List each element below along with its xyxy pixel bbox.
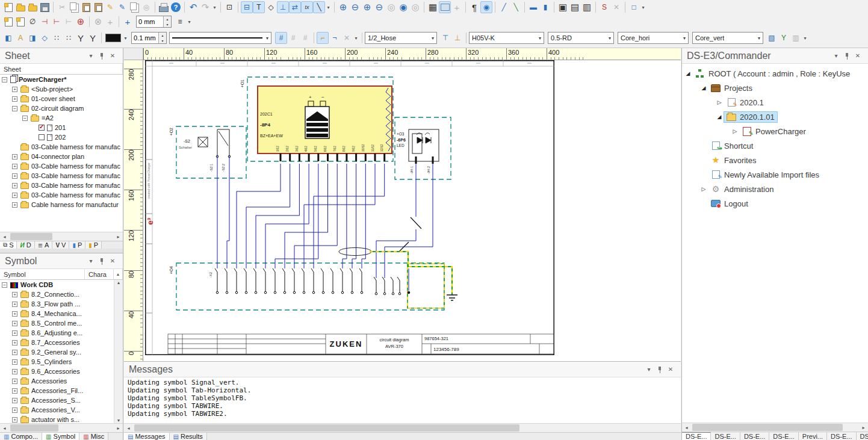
expander-icon[interactable]: ◢	[700, 85, 707, 91]
symbol-tree-item[interactable]: − Work CDB	[0, 280, 114, 290]
panel-menu-icon[interactable]: ▾	[831, 52, 842, 59]
new-sheet-icon[interactable]	[2, 16, 14, 28]
save-icon[interactable]	[39, 1, 51, 13]
wire-y-icon[interactable]: Y	[75, 32, 87, 44]
commander-tab[interactable]: DS-E...	[769, 432, 798, 440]
scrollbar-thumb[interactable]	[10, 424, 58, 432]
pan-window-icon[interactable]	[439, 1, 451, 13]
messages-hscrollbar[interactable]: ◂	[124, 423, 681, 432]
expander-icon[interactable]: +	[12, 350, 17, 355]
column-characteristic[interactable]: Chara	[85, 269, 114, 279]
zoom-area-icon[interactable]: ⊕	[361, 1, 373, 13]
scroll-up-icon[interactable]: ▴	[117, 280, 120, 285]
tile-vertical-icon[interactable]: ▥	[581, 1, 593, 13]
copy-icon[interactable]	[68, 1, 80, 13]
scrollbar-thumb[interactable]	[134, 424, 519, 432]
open-project-icon[interactable]	[14, 1, 26, 13]
column-sheet[interactable]: Sheet	[0, 64, 123, 74]
no-connection-icon[interactable]: ∅	[26, 16, 39, 28]
panel-menu-icon[interactable]: ▾	[85, 52, 96, 59]
insert-frame-icon[interactable]: ⊡	[223, 1, 235, 13]
core-dropdown[interactable]: 0.5-RD ▾	[548, 32, 614, 44]
symbol-tree-hscrollbar[interactable]: ◂ ▸	[0, 423, 123, 432]
sheet-checkbox[interactable]	[39, 125, 45, 131]
expander-icon[interactable]: −	[2, 282, 7, 288]
place-symbol-text-icon[interactable]: A	[14, 32, 26, 44]
expander-icon[interactable]: +	[12, 202, 17, 208]
symbol-tree-item[interactable]: + Accessories_S...	[0, 395, 114, 405]
expander-icon[interactable]: +	[12, 302, 17, 307]
wire-type-dropdown[interactable]: H05V-K ▾	[469, 32, 544, 44]
scrollbar-thumb[interactable]	[692, 424, 843, 431]
expander-icon[interactable]: +	[12, 369, 17, 374]
expander-icon[interactable]: ▷	[700, 186, 707, 192]
symbol-tree-item[interactable]: + 9.2_General sy...	[0, 347, 114, 357]
core-assign-icon[interactable]: ▧	[766, 32, 778, 44]
expander-icon[interactable]: +	[12, 164, 17, 169]
expander-icon[interactable]: +	[12, 379, 17, 384]
sheet-tree-item[interactable]: + 03-Cable harness for manufac	[0, 161, 123, 171]
sheet-tree-item[interactable]: + 03-Cable harness for manufac	[0, 190, 123, 200]
offset-input[interactable]	[137, 16, 163, 27]
sheet-tree-item[interactable]: + 01-cover sheet	[0, 94, 123, 104]
format-painter-icon[interactable]: ✎	[104, 1, 116, 13]
sheet-tree-item[interactable]: − =A2	[0, 113, 123, 123]
paste-icon[interactable]	[80, 1, 92, 13]
sheet-properties-icon[interactable]	[14, 16, 26, 28]
line-width-spinner[interactable]: ▴▾	[131, 32, 167, 44]
commander-item-2020-1-01[interactable]: ◢ 2020.1.01	[682, 110, 868, 124]
pin-icon[interactable]	[99, 52, 105, 60]
new-project-icon[interactable]	[2, 1, 14, 13]
sheet-column-header[interactable]: Sheet	[0, 64, 123, 75]
dock-tab[interactable]: И D	[17, 241, 34, 249]
hash2-icon[interactable]: #	[299, 32, 311, 44]
zoom-selected-icon[interactable]: ◉	[397, 1, 409, 13]
insert-line-icon[interactable]: ╲	[313, 1, 325, 13]
spin-up-icon[interactable]: ▴	[159, 33, 166, 38]
sheet-tree-item[interactable]: 201	[0, 123, 123, 132]
connect-right-icon[interactable]: ⊢	[63, 16, 75, 28]
messages-log[interactable]: Updating symbol Signal_vert.Updating sym…	[124, 377, 681, 423]
sheet-tree-item[interactable]: + 04-connector plan	[0, 152, 123, 161]
drawing-area[interactable]: 04080120160200240280320360400 2802402001…	[124, 48, 681, 361]
expander-icon[interactable]: +	[12, 311, 17, 317]
commander-item-logout[interactable]: Logout	[682, 196, 868, 211]
close-icon[interactable]: ✕	[852, 52, 863, 59]
dock-tab[interactable]: ▥ Misc	[79, 433, 108, 440]
tab-symbol-icon[interactable]: ⊤	[439, 32, 451, 44]
commander-tab[interactable]: DS-E...	[711, 432, 740, 440]
net-horizontal-icon[interactable]: ▬	[527, 1, 539, 13]
place-sleeve-icon[interactable]: ◇	[39, 32, 51, 44]
expander-icon[interactable]: +	[12, 173, 17, 179]
connect-symbols-icon[interactable]: ╱	[498, 1, 510, 13]
insert-polygon-icon[interactable]: ◇	[265, 1, 277, 13]
zoom-in-icon[interactable]: ⊕	[337, 1, 349, 13]
sheet-tree-item[interactable]: + 03-Cable harness for manufac	[0, 171, 123, 181]
symbol-tree-item[interactable]: + 9.6_Accessories	[0, 367, 114, 376]
expander-icon[interactable]: +	[12, 417, 17, 423]
dock-tab[interactable]: ▥ Symbol	[42, 433, 79, 440]
expander-icon[interactable]: +	[12, 330, 17, 336]
expander-icon[interactable]: ◢	[684, 70, 692, 76]
sheet-tree-item[interactable]: + Cable harness for manufactur	[0, 200, 123, 209]
sheet-tree-item[interactable]: + 03-Cable harness for manufac	[0, 181, 123, 190]
set-offset-icon[interactable]: +	[122, 16, 134, 28]
search-icon[interactable]: ◎	[140, 1, 152, 13]
scroll-left-icon[interactable]: ◂	[124, 426, 133, 431]
connect-curve-icon[interactable]: ╲	[510, 1, 522, 13]
dock-tab[interactable]: ▮ P	[69, 241, 85, 249]
symbol-tree-item[interactable]: + 8.3_Flow path ...	[0, 299, 114, 309]
color-swatch[interactable]	[105, 34, 121, 42]
pin-icon[interactable]	[657, 366, 663, 373]
commander-tab[interactable]: DS-E...	[740, 432, 769, 440]
dock-tab[interactable]: ▥ Compo...	[0, 433, 42, 440]
corner-menu-icon[interactable]: ▾	[353, 32, 359, 44]
target-circle-icon[interactable]: ⊕	[75, 16, 87, 28]
symbol-tree-item[interactable]: + Accessories_Fil...	[0, 386, 114, 395]
insert-menu-icon[interactable]: ▾	[325, 1, 332, 13]
core-menu-icon[interactable]: ▾	[802, 32, 808, 44]
hash-icon[interactable]: #	[287, 32, 299, 44]
commander-tab[interactable]: Previ...	[799, 432, 827, 440]
expander-icon[interactable]: +	[12, 96, 17, 102]
sheet-tree-hscrollbar[interactable]: ◂ ▸	[0, 232, 123, 241]
